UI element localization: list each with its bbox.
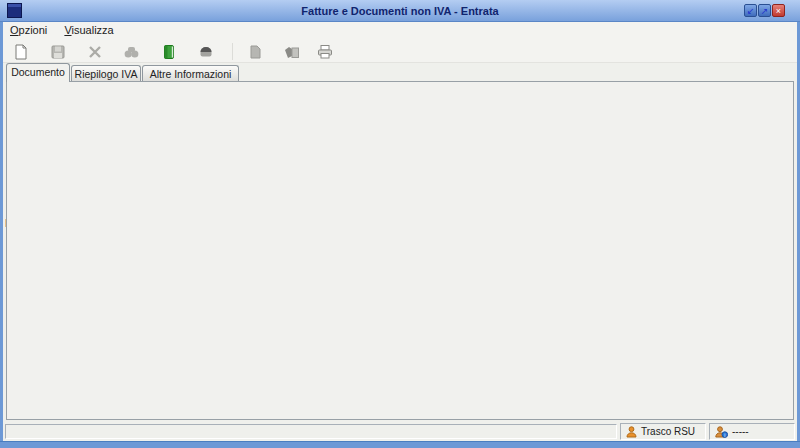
- document-icon[interactable]: [244, 41, 265, 62]
- toolbar-separator: [232, 43, 233, 60]
- user-icon: [626, 426, 637, 438]
- print-icon[interactable]: [314, 41, 335, 62]
- close-button[interactable]: ×: [772, 4, 785, 17]
- maximize-button[interactable]: ↗: [758, 4, 771, 17]
- status-user-text: Trasco RSU: [641, 426, 695, 437]
- delete-icon[interactable]: [84, 41, 105, 62]
- status-user-cell: Trasco RSU: [620, 423, 706, 440]
- window-border-bottom: [0, 441, 800, 448]
- menu-bar: Opzioni Visualizza: [3, 22, 797, 40]
- status-info-text: -----: [732, 426, 749, 437]
- tab-documento[interactable]: Documento: [6, 63, 70, 82]
- new-document-icon[interactable]: [10, 41, 31, 62]
- user-info-icon: i: [715, 426, 728, 438]
- green-book-icon[interactable]: [158, 41, 179, 62]
- dome-icon[interactable]: [195, 41, 216, 62]
- tab-altre-informazioni[interactable]: Altre Informazioni: [142, 65, 239, 82]
- save-icon[interactable]: [47, 41, 68, 62]
- title-bar: Fatture e Documenti non IVA - Entrata ↙ …: [0, 0, 800, 22]
- svg-text:i: i: [724, 432, 725, 437]
- copy-document-icon[interactable]: [281, 41, 302, 62]
- status-info-cell: i -----: [709, 423, 795, 440]
- menu-visualizza[interactable]: Visualizza: [57, 22, 120, 38]
- application-window: Fatture e Documenti non IVA - Entrata ↙ …: [0, 0, 800, 448]
- window-title: Fatture e Documenti non IVA - Entrata: [0, 0, 800, 22]
- status-message-cell: [5, 424, 617, 439]
- tab-panel: [6, 81, 794, 420]
- restore-button[interactable]: ↙: [744, 4, 757, 17]
- tab-riepilogo-iva[interactable]: Riepilogo IVA: [71, 65, 141, 82]
- search-binoculars-icon[interactable]: [121, 41, 142, 62]
- menu-opzioni[interactable]: Opzioni: [3, 22, 54, 38]
- window-border-left: [0, 22, 3, 441]
